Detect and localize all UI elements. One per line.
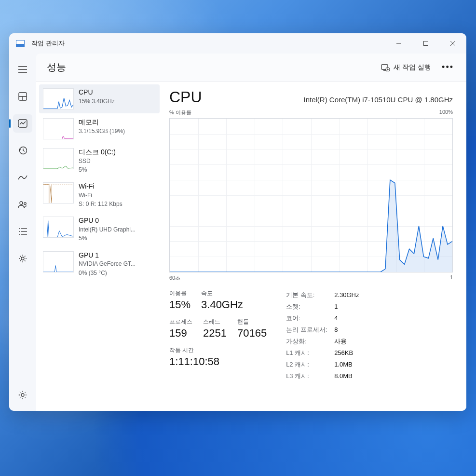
uptime-value: 1:11:10:58 — [169, 355, 267, 368]
gpu1-label: GPU 1 — [79, 251, 156, 259]
nav-rail — [9, 54, 36, 411]
cpu-chart — [169, 118, 453, 272]
run-task-label: 새 작업 실행 — [394, 63, 431, 72]
nav-services[interactable] — [13, 249, 32, 268]
content-area: 성능 새 작업 실행 ••• CPU15% 3.40GHz — [36, 54, 466, 411]
uptime-label: 작동 시간 — [169, 346, 267, 354]
spec-val: 1.0MB — [334, 359, 353, 370]
sidebar-item-cpu[interactable]: CPU15% 3.40GHz — [39, 84, 160, 113]
spec-val: 1 — [334, 301, 338, 313]
nav-details[interactable] — [13, 222, 32, 241]
spec-key: 소켓: — [286, 301, 334, 313]
spec-val: 256KB — [334, 347, 353, 359]
hamburger-button[interactable] — [13, 60, 32, 79]
spec-key: 기본 속도: — [286, 289, 334, 301]
disk-label: 디스크 0(C:) — [79, 148, 156, 156]
spec-row: 코어:4 — [286, 313, 359, 324]
sidebar-item-wifi[interactable]: Wi-FiWi-FiS: 0 R: 112 Kbps — [39, 178, 160, 212]
proc-label: 프로세스 — [169, 318, 192, 326]
sidebar-item-gpu1[interactable]: GPU 1NVIDIA GeForce GT...0% (35 °C) — [39, 247, 160, 281]
wifi-sub2: S: 0 R: 112 Kbps — [79, 200, 156, 208]
util-label: 이용률 — [169, 289, 190, 298]
handle-label: 핸들 — [237, 318, 267, 326]
gpu1-thumb — [43, 251, 74, 272]
spec-val: 4 — [334, 313, 338, 324]
spec-row: 기본 속도:2.30GHz — [286, 289, 359, 301]
gpu0-sub1: Intel(R) UHD Graphi... — [79, 226, 156, 233]
chart-ylabel: % 이용률 — [169, 109, 191, 116]
nav-startup[interactable] — [13, 168, 32, 187]
spec-key: 코어: — [286, 313, 334, 324]
nav-users[interactable] — [13, 195, 32, 214]
sidebar-item-memory[interactable]: 메모리3.1/15.9GB (19%) — [39, 114, 160, 143]
nav-performance[interactable] — [13, 114, 32, 133]
cpu-plot — [170, 119, 452, 272]
detail-pane: CPU Intel(R) Core(TM) i7-10510U CPU @ 1.… — [163, 82, 466, 411]
more-button[interactable]: ••• — [440, 60, 456, 74]
run-new-task-button[interactable]: 새 작업 실행 — [381, 63, 431, 72]
minimize-button[interactable] — [385, 33, 412, 54]
gpu0-sub2: 5% — [79, 234, 156, 242]
svg-point-21 — [21, 394, 24, 396]
cpu-thumb — [43, 88, 74, 109]
spec-key: L1 캐시: — [286, 347, 334, 359]
disk-sub2: 5% — [79, 166, 156, 174]
wifi-thumb — [43, 182, 74, 204]
spec-key: L3 캐시: — [286, 370, 334, 382]
spec-table: 기본 속도:2.30GHz소켓:1코어:4논리 프로세서:8가상화:사용L1 캐… — [286, 289, 359, 382]
spec-key: 논리 프로세서: — [286, 324, 334, 336]
titlebar[interactable]: 작업 관리자 — [9, 33, 466, 54]
resource-list: CPU15% 3.40GHz 메모리3.1/15.9GB (19%) 디스크 0… — [36, 82, 163, 411]
gpu1-sub2: 0% (35 °C) — [79, 269, 156, 277]
chart-xmax: 1 — [450, 274, 453, 282]
spec-row: L3 캐시:8.0MB — [286, 370, 359, 382]
nav-processes[interactable] — [13, 87, 32, 106]
handle-value: 70165 — [237, 327, 267, 340]
memory-sub: 3.1/15.9GB (19%) — [79, 127, 156, 135]
cpu-label: CPU — [79, 88, 156, 96]
close-button[interactable] — [439, 33, 466, 54]
chart-ymax: 100% — [439, 109, 453, 116]
disk-thumb — [43, 148, 74, 169]
memory-label: 메모리 — [79, 118, 156, 126]
svg-rect-1 — [424, 41, 428, 46]
disk-sub1: SSD — [79, 157, 156, 165]
spec-row: 소켓:1 — [286, 301, 359, 313]
nav-settings[interactable] — [13, 386, 32, 404]
memory-thumb — [43, 118, 74, 139]
window-controls — [385, 33, 466, 54]
spec-val: 사용 — [334, 336, 347, 347]
spec-row: L1 캐시:256KB — [286, 347, 359, 359]
wifi-label: Wi-Fi — [79, 182, 156, 190]
proc-value: 159 — [169, 327, 192, 340]
svg-point-18 — [19, 234, 20, 235]
wifi-sub1: Wi-Fi — [79, 191, 156, 199]
spec-row: 가상화:사용 — [286, 336, 359, 347]
detail-title: CPU — [169, 88, 202, 106]
page-title: 성능 — [47, 61, 66, 74]
svg-point-16 — [19, 231, 20, 232]
spec-val: 8.0MB — [334, 370, 353, 382]
speed-label: 속도 — [201, 289, 243, 298]
spec-row: L2 캐시:1.0MB — [286, 359, 359, 370]
gpu0-label: GPU 0 — [79, 217, 156, 225]
sidebar-item-gpu0[interactable]: GPU 0Intel(R) UHD Graphi...5% — [39, 213, 160, 246]
maximize-button[interactable] — [412, 33, 439, 54]
spec-val: 2.30GHz — [334, 289, 359, 301]
cpu-model: Intel(R) Core(TM) i7-10510U CPU @ 1.80GH… — [304, 95, 453, 104]
app-icon — [16, 40, 25, 47]
svg-point-14 — [19, 228, 20, 229]
svg-point-20 — [21, 257, 24, 260]
thread-value: 2251 — [203, 327, 227, 340]
thread-label: 스레드 — [203, 318, 227, 326]
sidebar-item-disk[interactable]: 디스크 0(C:)SSD5% — [39, 144, 160, 177]
util-value: 15% — [169, 299, 190, 311]
gpu0-thumb — [43, 217, 74, 238]
svg-point-12 — [20, 202, 23, 204]
speed-value: 3.40GHz — [201, 299, 243, 311]
spec-key: L2 캐시: — [286, 359, 334, 370]
spec-key: 가상화: — [286, 336, 334, 347]
svg-point-13 — [24, 203, 26, 204]
nav-app-history[interactable] — [13, 141, 32, 160]
spec-row: 논리 프로세서:8 — [286, 324, 359, 336]
